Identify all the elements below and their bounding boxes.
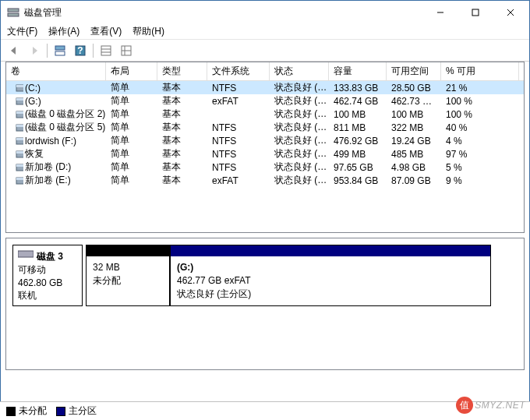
watermark-badge: 值 xyxy=(456,397,473,414)
disk-management-window: 磁盘管理 文件(F) 操作(A) 查看(V) 帮助(H) ? 卷 布局 类型 文… xyxy=(0,0,530,420)
toolbar-separator xyxy=(47,44,48,58)
svg-rect-25 xyxy=(16,125,23,127)
svg-rect-3 xyxy=(472,9,479,16)
drive-icon xyxy=(11,176,23,185)
disk-graphical-pane: 磁盘 3 可移动 462.80 GB 联机 32 MB未分配(G:)462.77… xyxy=(5,238,525,370)
svg-rect-9 xyxy=(55,51,65,55)
drive-icon xyxy=(11,136,23,146)
col-capacity[interactable]: 容量 xyxy=(329,62,387,80)
svg-text:?: ? xyxy=(77,45,83,56)
menu-file[interactable]: 文件(F) xyxy=(7,25,37,38)
watermark: 值 SMYZ.NET xyxy=(456,397,525,414)
content-area: 卷 布局 类型 文件系统 状态 容量 可用空间 % 可用 (C:)简单基本NTF… xyxy=(1,62,529,419)
col-percent[interactable]: % 可用 xyxy=(441,62,519,80)
legend-primary-swatch xyxy=(56,407,65,416)
partition-bar xyxy=(87,245,169,256)
volume-row[interactable]: (G:)简单基本exFAT状态良好 (…462.74 GB462.73 …100… xyxy=(6,94,524,108)
menu-view[interactable]: 查看(V) xyxy=(90,25,122,38)
volume-rows[interactable]: (C:)简单基本NTFS状态良好 (…133.83 GB28.50 GB21 %… xyxy=(6,81,524,232)
svg-rect-21 xyxy=(16,98,23,101)
svg-marker-6 xyxy=(11,47,16,55)
col-status[interactable]: 状态 xyxy=(270,62,329,80)
volume-row[interactable]: (C:)简单基本NTFS状态良好 (…133.83 GB28.50 GB21 % xyxy=(6,81,524,94)
watermark-text: SMYZ.NET xyxy=(475,400,525,411)
svg-rect-34 xyxy=(18,251,34,257)
disk-status: 联机 xyxy=(18,289,77,302)
volume-row[interactable]: 恢复简单基本NTFS状态良好 (…499 MB485 MB97 % xyxy=(6,147,524,161)
legend-unallocated-label: 未分配 xyxy=(19,404,47,418)
svg-marker-7 xyxy=(33,47,37,55)
titlebar[interactable]: 磁盘管理 xyxy=(1,1,529,24)
window-controls xyxy=(422,2,528,23)
col-free[interactable]: 可用空间 xyxy=(387,62,441,80)
svg-rect-33 xyxy=(16,178,23,180)
volume-row[interactable]: (磁盘 0 磁盘分区 2)简单基本状态良好 (…100 MB100 MB100 … xyxy=(6,108,524,121)
maximize-button[interactable] xyxy=(458,2,493,23)
volume-row[interactable]: 新加卷 (E:)简单基本exFAT状态良好 (…953.84 GB87.09 G… xyxy=(6,174,524,187)
svg-rect-8 xyxy=(55,46,65,50)
volume-row[interactable]: 新加卷 (D:)简单基本NTFS状态良好 (…97.65 GB4.98 GB5 … xyxy=(6,161,524,174)
forward-button[interactable] xyxy=(25,42,44,59)
partition[interactable]: 32 MB未分配 xyxy=(86,245,170,306)
disk-type: 可移动 xyxy=(18,263,77,277)
legend-unallocated-swatch xyxy=(6,407,16,416)
drive-icon xyxy=(11,163,23,172)
drive-icon xyxy=(11,83,23,93)
svg-rect-1 xyxy=(8,13,19,16)
layout-topbottom-icon[interactable] xyxy=(51,42,69,59)
column-headers: 卷 布局 类型 文件系统 状态 容量 可用空间 % 可用 xyxy=(6,62,524,81)
minimize-button[interactable] xyxy=(422,2,458,23)
partition[interactable]: (G:)462.77 GB exFAT状态良好 (主分区) xyxy=(170,245,491,306)
volume-row[interactable]: (磁盘 0 磁盘分区 5)简单基本NTFS状态良好 (…811 MB322 MB… xyxy=(6,121,524,134)
svg-rect-19 xyxy=(16,85,23,87)
svg-rect-31 xyxy=(16,164,23,167)
disk-map: 32 MB未分配(G:)462.77 GB exFAT状态良好 (主分区) xyxy=(86,245,491,306)
col-volume[interactable]: 卷 xyxy=(6,62,106,80)
legend-primary-label: 主分区 xyxy=(69,404,97,418)
disk-label: 磁盘 3 xyxy=(37,251,63,262)
volume-row[interactable]: lordwish (F:)简单基本NTFS状态良好 (…476.92 GB19.… xyxy=(6,134,524,147)
svg-rect-29 xyxy=(16,151,23,154)
svg-rect-0 xyxy=(8,9,19,12)
legend: 未分配 主分区 xyxy=(1,401,529,419)
drive-icon xyxy=(11,97,23,106)
disk-icon xyxy=(18,249,34,259)
detail-view-icon[interactable] xyxy=(117,42,136,59)
close-button[interactable] xyxy=(493,2,528,23)
list-view-icon[interactable] xyxy=(97,42,115,59)
col-filesystem[interactable]: 文件系统 xyxy=(207,62,270,80)
svg-rect-23 xyxy=(16,111,23,114)
menu-help[interactable]: 帮助(H) xyxy=(132,25,164,38)
svg-rect-12 xyxy=(101,46,111,55)
menu-action[interactable]: 操作(A) xyxy=(48,25,80,38)
col-type[interactable]: 类型 xyxy=(157,62,207,80)
back-button[interactable] xyxy=(5,42,23,59)
drive-icon xyxy=(11,123,23,132)
drive-icon xyxy=(11,150,23,159)
toolbar: ? xyxy=(1,40,529,62)
drive-icon xyxy=(11,110,23,119)
menubar: 文件(F) 操作(A) 查看(V) 帮助(H) xyxy=(1,24,529,40)
partition-bar xyxy=(171,245,490,256)
col-layout[interactable]: 布局 xyxy=(106,62,157,80)
help-icon[interactable]: ? xyxy=(71,42,90,59)
app-icon xyxy=(7,6,19,19)
disk-info[interactable]: 磁盘 3 可移动 462.80 GB 联机 xyxy=(12,245,83,306)
svg-rect-27 xyxy=(16,138,23,140)
disk-capacity: 462.80 GB xyxy=(18,277,77,290)
window-title: 磁盘管理 xyxy=(24,6,422,19)
volume-list-pane: 卷 布局 类型 文件系统 状态 容量 可用空间 % 可用 (C:)简单基本NTF… xyxy=(5,62,525,233)
toolbar-separator xyxy=(93,44,94,58)
disk-row[interactable]: 磁盘 3 可移动 462.80 GB 联机 32 MB未分配(G:)462.77… xyxy=(6,238,524,312)
